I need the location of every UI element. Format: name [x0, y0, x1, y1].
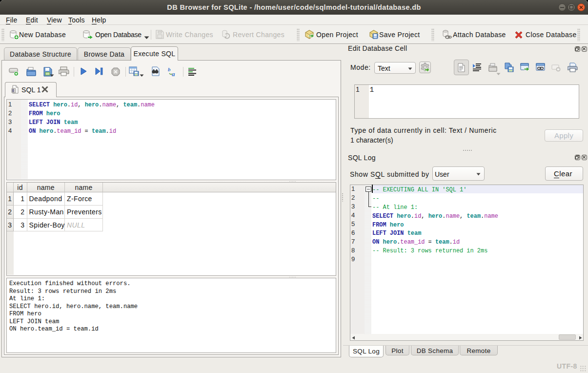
svg-text:b: b	[168, 67, 171, 72]
svg-text:a: a	[172, 70, 175, 77]
